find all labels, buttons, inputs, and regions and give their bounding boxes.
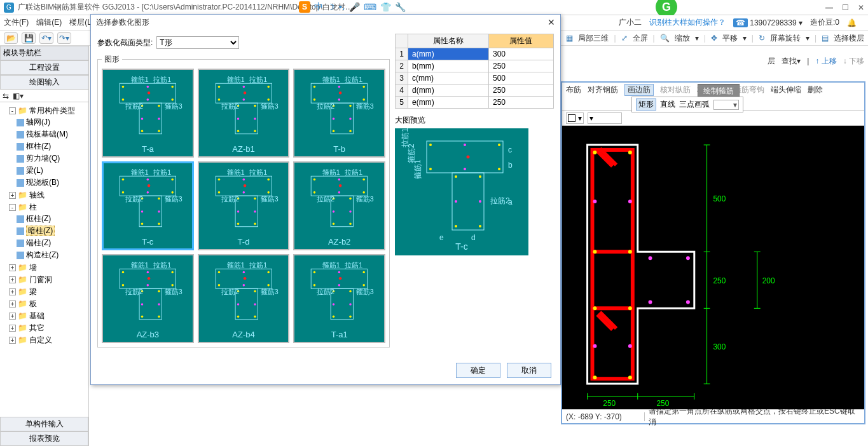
expand-icon[interactable]: +	[9, 325, 16, 332]
window-close-button[interactable]: ✕	[858, 3, 864, 12]
ime-punct-icon[interactable]: •،	[339, 2, 345, 12]
tab-6[interactable]: 端头伸缩	[771, 84, 801, 95]
fullscreen-icon[interactable]: ⤢	[621, 34, 628, 43]
dialog-close-icon[interactable]: ✕	[548, 17, 555, 27]
zoom-btn[interactable]: 缩放	[675, 33, 690, 44]
drawing-canvas[interactable]: 500 250 300 250 250 200	[562, 126, 864, 409]
prop-row[interactable]: 5e(mm)250	[396, 97, 554, 109]
expand-icon[interactable]: +	[9, 192, 16, 199]
ok-button[interactable]: 确定	[456, 363, 500, 378]
tab-1[interactable]: 对齐钢筋	[588, 84, 618, 95]
width-combo[interactable]: ▾	[588, 112, 622, 124]
layer3d-btn[interactable]: 局部三维	[578, 33, 609, 44]
help-link[interactable]: 识别柱大样如何操作？	[649, 17, 726, 28]
move-up-btn[interactable]: ↑ 上移	[815, 56, 836, 67]
shape-AZ-b2[interactable]: 箍筋1拉筋1箍筋3拉筋2AZ-b2	[293, 161, 385, 250]
pan-btn[interactable]: 平移	[722, 33, 738, 44]
shape-AZ-b4[interactable]: 箍筋1拉筋1箍筋3拉筋2AZ-b4	[198, 254, 290, 343]
shape-T-d[interactable]: 箍筋1拉筋1箍筋3拉筋2T-d	[198, 161, 290, 250]
zoom-icon[interactable]: 🔍	[660, 34, 670, 43]
cancel-button[interactable]: 取消	[507, 363, 551, 378]
tab-0[interactable]: 布筋	[566, 84, 581, 95]
property-table[interactable]: 属性名称 属性值 1a(mm)3002b(mm)2503c(mm)5004d(m…	[395, 34, 554, 109]
tree-custom[interactable]: 自定义	[29, 335, 52, 344]
tree-ban[interactable]: 板	[29, 299, 37, 308]
shape-T-a[interactable]: 箍筋1拉筋1箍筋3拉筋2T-a	[102, 69, 194, 158]
window-maximize-button[interactable]: ☐	[842, 3, 849, 12]
shape-T-a1[interactable]: 箍筋1拉筋1箍筋3拉筋2T-a1	[293, 254, 385, 343]
expand-icon[interactable]: +	[9, 288, 16, 295]
tab-7[interactable]: 删除	[808, 84, 823, 95]
expand-icon[interactable]: +	[9, 264, 16, 271]
shape-T-b[interactable]: 箍筋1拉筋1箍筋3拉筋2T-b	[293, 69, 385, 158]
undo-button[interactable]: ↶▾	[39, 32, 53, 44]
tree-grid[interactable]: 轴网(J)	[26, 118, 50, 126]
tree-foundation[interactable]: 基础	[29, 311, 45, 320]
tree-wall[interactable]: 墙	[29, 263, 37, 272]
tree-zhu-2[interactable]: 端柱(Z)	[26, 238, 51, 247]
fullscreen-btn[interactable]: 全屏	[633, 33, 648, 44]
tree-liang[interactable]: 梁	[29, 287, 37, 296]
move-down-btn[interactable]: ↓ 下移	[843, 56, 864, 67]
tree-beam[interactable]: 梁(L)	[26, 166, 43, 175]
shape-T-c[interactable]: 箍筋1拉筋1箍筋3拉筋2T-c	[102, 161, 194, 250]
tree-zhu-1[interactable]: 暗柱(Z)	[26, 226, 55, 236]
param-type-select[interactable]: T形	[156, 36, 239, 49]
ime-moon-icon[interactable]: ☽	[327, 2, 335, 12]
tab-2[interactable]: 画边筋	[624, 84, 654, 96]
tree-raft[interactable]: 筏板基础(M)	[26, 130, 68, 139]
redo-button[interactable]: ↷▾	[57, 32, 71, 44]
open-button[interactable]: 📂	[4, 32, 18, 44]
ime-person-icon[interactable]: 👕	[380, 2, 391, 12]
ime-wrench-icon[interactable]: 🔧	[395, 2, 406, 12]
select-floor-icon[interactable]: ▤	[822, 34, 829, 43]
ime-mic-icon[interactable]: 🎤	[349, 2, 360, 12]
expand-icon[interactable]: +	[9, 276, 16, 283]
ime-cn-icon[interactable]: 中	[314, 1, 323, 13]
save-button[interactable]: 💾	[22, 32, 36, 44]
expand-icon[interactable]: -	[9, 204, 16, 211]
layer-btn2[interactable]: 层	[768, 56, 775, 67]
tree-shearwall[interactable]: 剪力墙(Q)	[26, 154, 60, 163]
draw-input-button[interactable]: 绘图输入	[0, 75, 88, 90]
tree-tool-1-icon[interactable]: ⇆	[3, 91, 9, 100]
tree-tool-2-icon[interactable]: ◧▾	[13, 91, 24, 100]
tree-slab[interactable]: 现浇板(B)	[26, 178, 59, 187]
ime-keyboard-icon[interactable]: ⌨	[364, 2, 376, 12]
single-component-button[interactable]: 单构件输入	[0, 417, 88, 431]
tree-zhu-0[interactable]: 框柱(Z)	[26, 214, 51, 223]
window-minimize-button[interactable]: —	[825, 3, 833, 12]
menu-file[interactable]: 文件(F)	[4, 17, 29, 28]
tab-3[interactable]: 核对纵筋	[660, 84, 691, 95]
tree-other[interactable]: 其它	[29, 323, 45, 332]
tree-opening[interactable]: 门窗洞	[29, 275, 52, 284]
search-btn[interactable]: 查找▾	[782, 56, 801, 67]
expand-icon[interactable]: +	[9, 337, 16, 344]
tree-zhu[interactable]: 柱	[29, 203, 37, 212]
tree-axis[interactable]: 轴线	[29, 191, 45, 199]
sogou-ime-icon[interactable]: S	[299, 1, 310, 13]
expand-icon[interactable]: +	[9, 313, 16, 320]
project-settings-button[interactable]: 工程设置	[0, 60, 88, 75]
layer3d-icon[interactable]: ▦	[566, 34, 573, 43]
shape-AZ-b3[interactable]: 箍筋1拉筋1箍筋3拉筋2AZ-b3	[102, 254, 194, 343]
bell-icon[interactable]: 🔔	[847, 18, 857, 27]
pan-icon[interactable]: ✥	[711, 34, 717, 43]
shape-AZ-b1[interactable]: 箍筋1拉筋1箍筋3拉筋2AZ-b1	[198, 69, 290, 158]
tree-zhu-3[interactable]: 构造柱(Z)	[26, 250, 59, 259]
menu-edit[interactable]: 编辑(E)	[36, 17, 62, 28]
prop-row[interactable]: 4d(mm)250	[396, 84, 554, 97]
rotate-btn[interactable]: 屏幕旋转	[770, 33, 801, 44]
prop-row[interactable]: 1a(mm)300	[396, 48, 554, 60]
component-tree[interactable]: -📁常用构件类型 轴网(J) 筏板基础(M) 框柱(Z) 剪力墙(Q) 梁(L)…	[0, 102, 88, 407]
expand-icon[interactable]: +	[9, 301, 16, 307]
expand-icon[interactable]: -	[9, 107, 16, 114]
line-style-combo[interactable]: ▾	[566, 112, 584, 124]
arc-mode[interactable]: 三点画弧	[679, 99, 710, 110]
mode-combo[interactable]: ▾	[713, 100, 739, 110]
prop-row[interactable]: 2b(mm)250	[396, 60, 554, 72]
tree-column[interactable]: 框柱(Z)	[26, 142, 51, 151]
select-floor-btn[interactable]: 选择楼层	[834, 33, 864, 44]
line-mode[interactable]: 直线	[660, 99, 675, 110]
report-preview-button[interactable]: 报表预览	[0, 431, 88, 446]
